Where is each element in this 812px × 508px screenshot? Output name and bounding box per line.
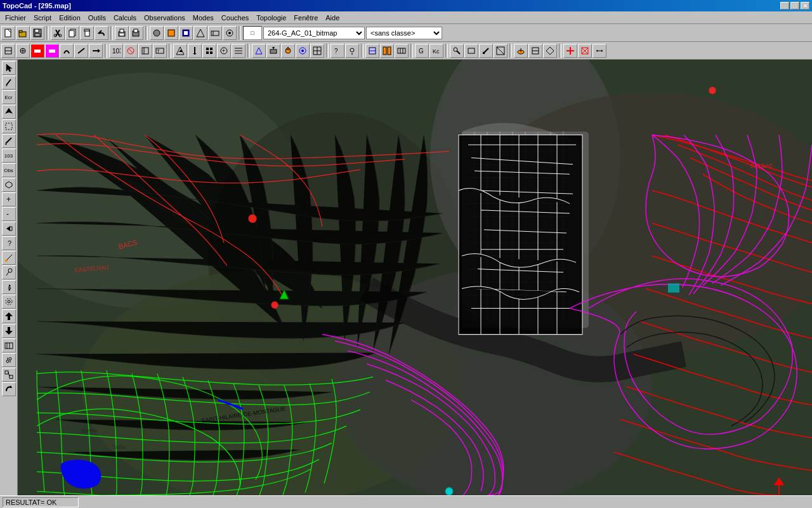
- map-canvas[interactable]: BACS CASTELNAU SAINT-HILAIRE-DE-MONTAGUE…: [18, 60, 812, 495]
- t2-btn29[interactable]: [450, 44, 464, 58]
- t2-btn25[interactable]: [380, 44, 394, 58]
- menu-script[interactable]: Script: [30, 13, 55, 23]
- t2-btn22[interactable]: ?: [331, 44, 344, 58]
- lt-eyedropper[interactable]: [2, 265, 16, 279]
- menu-modes[interactable]: Modes: [189, 13, 218, 23]
- t2-btn11[interactable]: T: [153, 44, 167, 58]
- lt-info[interactable]: ?: [2, 236, 16, 250]
- print-button[interactable]: [115, 26, 129, 40]
- t2-btn24[interactable]: [365, 44, 379, 58]
- t2-btn13[interactable]: [188, 44, 202, 58]
- svg-marker-25: [197, 29, 204, 37]
- t2-btn38[interactable]: [593, 44, 606, 58]
- t2-btn31[interactable]: [479, 44, 493, 58]
- svg-point-66: [301, 50, 304, 52]
- t2-btn12[interactable]: [173, 44, 187, 58]
- t2-btn19[interactable]: [281, 44, 295, 58]
- menu-fichier[interactable]: Fichier: [1, 13, 30, 23]
- t2-btn15[interactable]: +: [217, 44, 231, 58]
- lt-pencil[interactable]: [2, 76, 16, 90]
- t2-btn8[interactable]: 103: [109, 44, 123, 58]
- t2-btn21[interactable]: [310, 44, 324, 58]
- open-button[interactable]: [16, 26, 30, 40]
- save-button[interactable]: [30, 26, 44, 40]
- lt-ecr[interactable]: Ecr: [2, 90, 16, 104]
- lt-settings[interactable]: [2, 295, 16, 309]
- undo-button[interactable]: [95, 26, 108, 40]
- lt-tools2[interactable]: [2, 353, 16, 367]
- t2-btn1[interactable]: [1, 44, 15, 58]
- t2-btn23[interactable]: [345, 44, 359, 58]
- t2-btn33[interactable]: [514, 44, 528, 58]
- t2-btn6[interactable]: [74, 44, 88, 58]
- menu-topologie[interactable]: Topologie: [252, 13, 290, 23]
- lt-select[interactable]: [2, 119, 16, 133]
- t2-btn30[interactable]: [464, 44, 478, 58]
- lt-eraser[interactable]: [2, 134, 16, 148]
- lt-num[interactable]: 103: [2, 149, 16, 163]
- svg-marker-128: [5, 331, 13, 335]
- color2-button[interactable]: [164, 26, 178, 40]
- lt-obs[interactable]: Obs: [2, 163, 16, 177]
- menu-calculs[interactable]: Calculs: [110, 13, 140, 23]
- t2-btn32[interactable]: [494, 44, 508, 58]
- lt-polygon[interactable]: [2, 178, 16, 192]
- t2-btn34[interactable]: [528, 44, 542, 58]
- t2-btn27[interactable]: G: [415, 44, 429, 58]
- t2-btn36[interactable]: [563, 44, 577, 58]
- color1-button[interactable]: [150, 26, 164, 40]
- tool4-button[interactable]: [193, 26, 207, 40]
- lt-map-icon[interactable]: [2, 338, 16, 352]
- lt-zoom-minus[interactable]: -: [2, 207, 16, 221]
- lt-arrow-right[interactable]: [2, 222, 16, 236]
- lt-pan[interactable]: [2, 280, 16, 294]
- layer-dropdown[interactable]: 264-G_AC_01_bitmap: [263, 27, 365, 39]
- t2-btn9[interactable]: [124, 44, 138, 58]
- t2-btn5[interactable]: [60, 44, 74, 58]
- lt-rotate[interactable]: [2, 382, 16, 396]
- t2-btn17[interactable]: [252, 44, 266, 58]
- minimize-button[interactable]: _: [780, 2, 789, 10]
- menu-fenetre[interactable]: Fenêtre: [290, 13, 322, 23]
- t2-btn28[interactable]: Kc: [429, 44, 443, 58]
- menu-edition[interactable]: Edition: [55, 13, 84, 23]
- t2-btn2[interactable]: [16, 44, 30, 58]
- copy-button[interactable]: [65, 26, 79, 40]
- lt-pointer[interactable]: [2, 61, 16, 75]
- cut-button[interactable]: [51, 26, 65, 40]
- lt-move-up[interactable]: [2, 309, 16, 323]
- maximize-button[interactable]: □: [790, 2, 799, 10]
- t2-btn3[interactable]: [30, 44, 44, 58]
- t2-btn18[interactable]: [266, 44, 280, 58]
- print2-button[interactable]: [129, 26, 143, 40]
- menu-couches[interactable]: Couches: [218, 13, 252, 23]
- t2-btn4[interactable]: [45, 44, 59, 58]
- t2-btn35[interactable]: [543, 44, 557, 58]
- menu-observations[interactable]: Observations: [140, 13, 189, 23]
- lt-measure[interactable]: [2, 251, 16, 265]
- new-button[interactable]: [1, 26, 15, 40]
- close-button[interactable]: ✕: [801, 2, 809, 10]
- lt-arrow[interactable]: [2, 105, 16, 119]
- t2-btn37[interactable]: [578, 44, 592, 58]
- lt-ecr-label: Ecr: [5, 95, 13, 100]
- color3-button[interactable]: [179, 26, 193, 40]
- t2-btn20[interactable]: [296, 44, 310, 58]
- t2-btn16[interactable]: [232, 44, 246, 58]
- tool6-button[interactable]: [223, 26, 237, 40]
- t2-btn26[interactable]: [395, 44, 409, 58]
- t2-btn14[interactable]: [202, 44, 216, 58]
- t2-btn7[interactable]: [89, 44, 103, 58]
- lt-zoom-plus[interactable]: +: [2, 192, 16, 206]
- paste-button[interactable]: [80, 26, 94, 40]
- tool5-button[interactable]: [208, 26, 222, 40]
- lt-move-down[interactable]: [2, 324, 16, 338]
- menu-outils[interactable]: Outils: [84, 13, 110, 23]
- class-dropdown[interactable]: <sans classe>: [366, 27, 442, 39]
- t2-btn10[interactable]: [138, 44, 152, 58]
- svg-point-124: [8, 300, 10, 303]
- title-bar-controls[interactable]: _ □ ✕: [780, 2, 809, 10]
- svg-rect-52: [210, 48, 213, 50]
- lt-snap[interactable]: [2, 368, 16, 382]
- menu-aide[interactable]: Aide: [322, 13, 343, 23]
